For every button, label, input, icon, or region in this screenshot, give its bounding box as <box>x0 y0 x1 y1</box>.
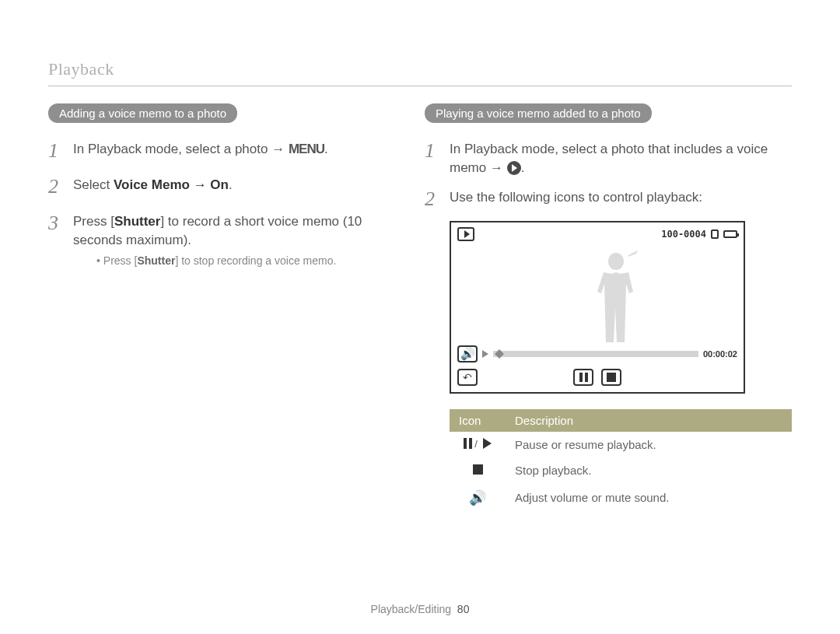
play-icon <box>507 161 521 175</box>
screen-topbar: 100-0004 <box>451 222 744 241</box>
speaker-icon: 🔊 <box>469 490 486 506</box>
step-text-pre: In Playback mode, select a photo → <box>73 142 289 156</box>
step-body: Press [Shutter] to record a short voice … <box>73 209 394 269</box>
step-number: 3 <box>48 209 62 269</box>
progress-handle-icon <box>495 349 504 359</box>
table-row: / Pause or resume playback. <box>450 432 792 457</box>
th-desc: Description <box>506 409 792 432</box>
step-2: 2 Select Voice Memo → On. <box>48 173 394 201</box>
section-title-right: Playing a voice memo added to a photo <box>425 103 652 123</box>
pause-button <box>573 369 593 386</box>
menu-icon: MENU <box>289 142 324 156</box>
step-2: 2 Use the following icons to control pla… <box>425 185 792 213</box>
file-number: 100-0004 <box>661 229 706 240</box>
back-button: ↶ <box>457 369 478 386</box>
icon-cell <box>450 457 506 483</box>
play-icon <box>483 438 492 449</box>
controls-row: ↶ <box>451 366 744 392</box>
progress-bar-row: 🔊 00:00:02 <box>451 342 744 366</box>
page-header: Playback <box>48 59 792 86</box>
step-body: In Playback mode, select a photo → MENU. <box>73 137 394 165</box>
step-text-bold: Shutter <box>114 214 161 229</box>
step-number: 1 <box>48 137 62 165</box>
play-marker-icon <box>482 350 488 358</box>
step-number: 2 <box>48 173 62 201</box>
sub-text-post: ] to stop recording a voice memo. <box>175 254 336 267</box>
step-body: Use the following icons to control playb… <box>450 185 792 213</box>
step-body: In Playback mode, select a photo that in… <box>450 137 792 177</box>
step-number: 1 <box>425 137 439 177</box>
step-1: 1 In Playback mode, select a photo → MEN… <box>48 137 394 165</box>
desc-cell: Pause or resume playback. <box>506 432 792 457</box>
left-column: Adding a voice memo to a photo 1 In Play… <box>48 103 394 513</box>
desc-cell: Stop playback. <box>506 457 792 483</box>
content-columns: Adding a voice memo to a photo 1 In Play… <box>48 103 792 513</box>
step-1: 1 In Playback mode, select a photo that … <box>425 137 792 177</box>
stop-icon <box>473 464 483 475</box>
right-column: Playing a voice memo added to a photo 1 … <box>425 103 792 513</box>
step-body: Select Voice Memo → On. <box>73 173 394 201</box>
back-arrow-icon: ↶ <box>463 371 472 384</box>
person-silhouette-icon <box>585 249 647 342</box>
step-text-post: . <box>229 177 233 192</box>
step-text-pre: Press [ <box>73 214 114 229</box>
sub-text-pre: Press [ <box>103 254 138 267</box>
table-row: 🔊 Adjust volume or mute sound. <box>450 483 792 513</box>
step-text-pre: Select <box>73 177 114 192</box>
status-area: 100-0004 <box>661 227 737 241</box>
photo-display <box>451 241 744 342</box>
volume-button: 🔊 <box>457 345 478 363</box>
playback-mode-icon <box>457 227 474 241</box>
table-row: Stop playback. <box>450 457 792 483</box>
footer-page: 80 <box>457 603 470 615</box>
step-text-bold: Voice Memo → On <box>114 177 229 192</box>
footer-section: Playback/Editing <box>371 603 452 615</box>
step-number: 2 <box>425 185 439 213</box>
step-text: In Playback mode, select a photo that in… <box>450 142 768 175</box>
sub-bullets: Press [Shutter] to stop recording a voic… <box>73 254 394 269</box>
camera-screenshot: 100-0004 🔊 00:00:02 ↶ <box>450 221 745 394</box>
right-steps: 1 In Playback mode, select a photo that … <box>425 137 792 213</box>
stop-button <box>601 369 621 386</box>
desc-cell: Adjust volume or mute sound. <box>506 483 792 513</box>
progress-track <box>493 351 698 357</box>
icon-cell: 🔊 <box>450 483 506 513</box>
icon-description-table: Icon Description / Pause or resume playb… <box>450 409 792 513</box>
step-text-post: . <box>324 142 328 156</box>
memory-card-icon <box>711 229 719 239</box>
th-icon: Icon <box>450 409 506 432</box>
left-steps: 1 In Playback mode, select a photo → MEN… <box>48 137 394 269</box>
battery-icon <box>723 230 737 238</box>
sub-text-bold: Shutter <box>137 254 175 267</box>
time-label: 00:00:02 <box>703 349 737 359</box>
sub-bullet: Press [Shutter] to stop recording a voic… <box>96 254 394 269</box>
step-3: 3 Press [Shutter] to record a short voic… <box>48 209 394 269</box>
icon-cell: / <box>450 432 506 457</box>
speaker-icon: 🔊 <box>460 347 475 361</box>
pause-icon <box>464 438 472 449</box>
pause-icon <box>579 373 588 382</box>
page-footer: Playback/Editing 80 <box>0 603 840 615</box>
stop-icon <box>607 373 616 382</box>
divider <box>48 86 792 86</box>
section-title-left: Adding a voice memo to a photo <box>48 103 237 123</box>
